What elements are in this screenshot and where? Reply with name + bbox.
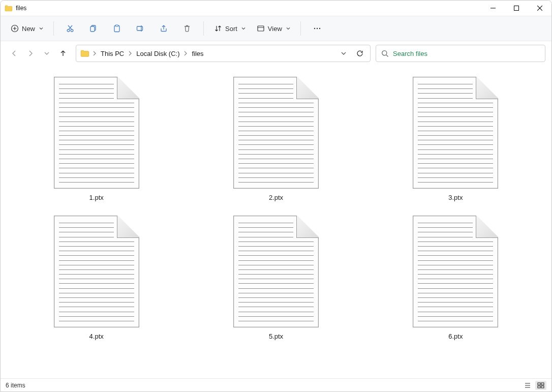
folder-icon: [5, 5, 13, 12]
search-input[interactable]: [393, 50, 540, 57]
copy-button[interactable]: [83, 20, 104, 37]
file-grid: 1.ptx2.ptx3.ptx4.ptx5.ptx6.ptx: [7, 75, 545, 341]
status-item-count: 6 items: [6, 382, 25, 389]
breadcrumb-item[interactable]: Local Disk (C:): [135, 49, 180, 58]
file-item[interactable]: 3.ptx: [410, 75, 501, 202]
svg-rect-7: [116, 25, 118, 26]
separator: [203, 21, 204, 36]
chevron-right-icon[interactable]: [128, 51, 132, 56]
document-icon: [413, 216, 498, 327]
file-item[interactable]: 4.ptx: [51, 214, 142, 341]
view-toggle-group: [522, 381, 546, 390]
svg-rect-0: [514, 6, 519, 11]
forward-button[interactable]: [23, 45, 38, 62]
file-item[interactable]: 1.ptx: [51, 75, 142, 202]
document-icon: [54, 77, 139, 189]
title-bar: files: [1, 1, 551, 16]
svg-rect-16: [538, 386, 540, 388]
address-chevron-button[interactable]: [336, 46, 351, 61]
minimize-button[interactable]: [481, 1, 505, 16]
folder-icon: [80, 49, 89, 57]
chevron-down-icon: [286, 26, 290, 31]
file-name: 6.ptx: [448, 333, 463, 340]
breadcrumb-label: files: [192, 50, 203, 57]
chevron-right-icon[interactable]: [93, 51, 97, 56]
refresh-button[interactable]: [353, 46, 367, 61]
thumbnails-view-toggle[interactable]: [535, 381, 546, 390]
svg-rect-14: [538, 383, 540, 385]
chevron-down-icon: [241, 26, 246, 31]
separator: [300, 21, 301, 36]
search-icon: [381, 50, 389, 57]
file-item[interactable]: 2.ptx: [230, 75, 322, 202]
view-button[interactable]: View: [253, 20, 294, 37]
breadcrumb-item[interactable]: files: [191, 49, 204, 58]
document-icon: [233, 216, 319, 327]
svg-rect-17: [541, 386, 544, 388]
file-name: 3.ptx: [448, 194, 463, 201]
file-name: 5.ptx: [269, 333, 283, 340]
separator: [53, 21, 54, 36]
window-controls: [481, 1, 551, 16]
new-button[interactable]: New: [7, 20, 47, 37]
new-button-label: New: [22, 25, 35, 33]
breadcrumb-label: Local Disk (C:): [136, 50, 179, 57]
breadcrumb-item[interactable]: This PC: [100, 49, 125, 58]
toolbar: New Sort View: [1, 16, 551, 41]
chevron-right-icon[interactable]: [183, 51, 188, 56]
document-icon: [54, 216, 139, 327]
svg-point-10: [314, 28, 315, 29]
recent-locations-button[interactable]: [39, 45, 54, 62]
svg-point-3: [71, 29, 73, 32]
sort-button-label: Sort: [225, 25, 237, 33]
svg-point-13: [382, 50, 387, 55]
file-name: 2.ptx: [269, 194, 283, 201]
rename-button[interactable]: [130, 20, 150, 37]
sort-button[interactable]: Sort: [210, 20, 250, 37]
svg-rect-8: [137, 26, 143, 31]
nav-buttons: [7, 45, 71, 62]
share-button[interactable]: [154, 20, 174, 37]
address-row: This PC Local Disk (C:) files: [1, 41, 551, 66]
view-button-label: View: [268, 25, 282, 33]
svg-rect-15: [541, 383, 544, 385]
delete-button[interactable]: [177, 20, 197, 37]
document-icon: [413, 77, 498, 189]
content-area[interactable]: 1.ptx2.ptx3.ptx4.ptx5.ptx6.ptx: [1, 66, 551, 378]
back-button[interactable]: [7, 45, 22, 62]
close-button[interactable]: [528, 1, 551, 16]
svg-rect-5: [90, 26, 95, 32]
breadcrumb-label: This PC: [101, 50, 124, 57]
up-button[interactable]: [55, 45, 71, 62]
more-button[interactable]: [307, 20, 327, 37]
window-title: files: [16, 5, 26, 12]
paste-button[interactable]: [107, 20, 127, 37]
maximize-button[interactable]: [505, 1, 528, 16]
svg-point-12: [319, 28, 320, 29]
svg-point-2: [67, 29, 70, 32]
details-view-toggle[interactable]: [522, 381, 533, 390]
search-box[interactable]: [376, 45, 545, 62]
document-icon: [233, 77, 319, 189]
file-name: 4.ptx: [89, 333, 104, 340]
address-bar[interactable]: This PC Local Disk (C:) files: [76, 45, 371, 62]
chevron-down-icon: [39, 26, 43, 31]
status-bar: 6 items: [1, 378, 551, 391]
cut-button[interactable]: [60, 20, 80, 37]
svg-rect-9: [258, 26, 264, 31]
file-name: 1.ptx: [89, 194, 104, 201]
svg-point-11: [317, 28, 318, 29]
file-item[interactable]: 6.ptx: [410, 214, 501, 341]
file-item[interactable]: 5.ptx: [230, 214, 322, 341]
